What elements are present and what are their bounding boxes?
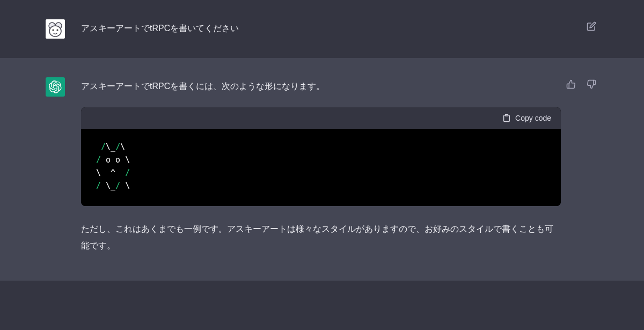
assistant-avatar-logo [49, 80, 62, 93]
code-block-header: Copy code [81, 107, 561, 129]
assistant-intro-text: アスキーアートでtRPCを書くには、次のような形になります。 [81, 78, 561, 94]
copy-code-button[interactable]: Copy code [502, 114, 551, 122]
thumbs-down-icon [587, 79, 596, 89]
svg-point-5 [56, 29, 58, 31]
svg-point-4 [52, 29, 54, 31]
assistant-message-row: アスキーアートでtRPCを書くには、次のような形になります。 Copy code… [0, 58, 644, 281]
code-block: Copy code /\_/\ / o o \ \ ^ / / \_/ \ [81, 107, 561, 206]
svg-point-3 [49, 26, 61, 36]
assistant-message-actions [564, 77, 598, 91]
user-avatar-image [46, 19, 65, 39]
svg-rect-6 [505, 115, 508, 116]
user-message-row: アスキーアートでtRPCを書いてください [0, 0, 644, 58]
code-block-body: /\_/\ / o o \ \ ^ / / \_/ \ [81, 129, 561, 206]
edit-icon [587, 21, 596, 31]
user-message-inner: アスキーアートでtRPCを書いてください [46, 19, 598, 39]
user-message-actions [584, 19, 598, 33]
user-avatar [46, 19, 65, 39]
assistant-message-content: アスキーアートでtRPCを書くには、次のような形になります。 Copy code… [81, 77, 598, 254]
user-message-text: アスキーアートでtRPCを書いてください [81, 20, 561, 36]
thumbs-up-button[interactable] [564, 77, 578, 91]
copy-code-label: Copy code [515, 114, 551, 122]
thumbs-down-button[interactable] [584, 77, 598, 91]
assistant-outro-text: ただし、これはあくまでも一例です。アスキーアートは様々なスタイルがありますので、… [81, 221, 561, 254]
assistant-message-inner: アスキーアートでtRPCを書くには、次のような形になります。 Copy code… [46, 77, 598, 254]
edit-button[interactable] [584, 19, 598, 33]
user-message-content: アスキーアートでtRPCを書いてください [81, 19, 598, 39]
assistant-avatar [46, 77, 65, 97]
clipboard-icon [502, 114, 511, 122]
thumbs-up-icon [566, 79, 576, 89]
